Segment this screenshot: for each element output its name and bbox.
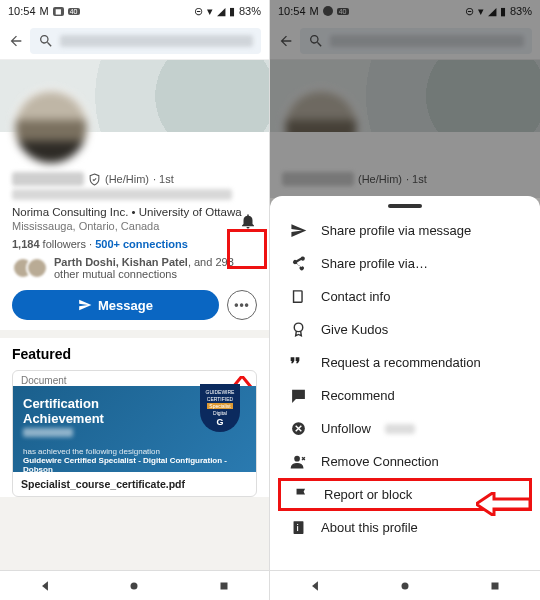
svg-rect-6 [297, 524, 298, 525]
more-button[interactable]: ••• [227, 290, 257, 320]
avatar[interactable] [12, 88, 90, 166]
screen-action-sheet: 10:54 M 40 ⊝▾◢▮ 83% (He/Him) [270, 0, 540, 600]
menu-remove-connection[interactable]: Remove Connection [270, 445, 540, 478]
kudos-icon [290, 321, 307, 338]
svg-rect-7 [297, 526, 298, 531]
android-nav [270, 570, 540, 600]
cover-photo [0, 60, 269, 132]
featured-section: Featured Document Certification Achievem… [0, 338, 269, 497]
sheet-handle[interactable] [388, 204, 422, 208]
message-label: Message [98, 298, 153, 313]
mutual-connections[interactable]: Parth Doshi, Kishan Patel, and 293 other… [12, 256, 257, 280]
menu-share-via[interactable]: Share profile via… [270, 247, 540, 280]
search-value-blur [60, 35, 253, 47]
message-button[interactable]: Message [12, 290, 219, 320]
contact-icon [290, 288, 307, 305]
mutual-avatar [26, 257, 48, 279]
mutual-names: Parth Doshi, Kishan Patel [54, 256, 188, 268]
svg-rect-1 [221, 582, 228, 589]
svg-point-8 [402, 582, 409, 589]
pronouns: (He/Him) [105, 173, 149, 185]
bell-icon[interactable] [239, 212, 257, 230]
featured-heading: Featured [12, 346, 257, 362]
back-icon[interactable] [8, 33, 24, 49]
menu-request-recommendation[interactable]: ❜❜ Request a recommendation [270, 346, 540, 379]
chat-icon [290, 387, 307, 404]
person-x-icon [290, 453, 307, 470]
signal-icon: ◢ [217, 5, 225, 18]
android-nav [0, 570, 269, 600]
status-time: 10:54 [8, 5, 36, 17]
send-icon [78, 298, 92, 312]
menu-unfollow[interactable]: Unfollow [270, 412, 540, 445]
menu-give-kudos[interactable]: Give Kudos [270, 313, 540, 346]
screen-profile: 10:54 M ◼ 40 ⊝ ▾ ◢ ▮ 83% [0, 0, 270, 600]
connections-link[interactable]: 500+ connections [95, 238, 188, 250]
nav-back-icon[interactable] [38, 579, 52, 593]
search-input[interactable] [30, 28, 261, 54]
cert-sub: has achieved the following designation [23, 447, 246, 456]
battery-icon: ▮ [229, 5, 235, 18]
followers-count: 1,184 [12, 238, 40, 250]
nav-back-icon[interactable] [308, 579, 322, 593]
location: Mississauga, Ontario, Canada [12, 220, 257, 232]
cert-title: Guidewire Certified Specialist - Digital… [23, 456, 246, 474]
quote-icon: ❜❜ [290, 354, 307, 371]
certificate-preview: Certification Achievement has achieved t… [13, 386, 256, 472]
featured-document[interactable]: Document Certification Achievement has a… [12, 370, 257, 497]
svg-point-4 [294, 456, 300, 462]
status-bar: 10:54 M ◼ 40 ⊝ ▾ ◢ ▮ 83% [0, 0, 269, 22]
send-icon [290, 222, 307, 239]
menu-contact-info[interactable]: Contact info [270, 280, 540, 313]
top-nav [0, 22, 269, 60]
svg-point-0 [131, 582, 138, 589]
status-chip-2: 40 [68, 8, 80, 15]
dnd-icon: ⊝ [194, 5, 203, 18]
annotation-arrow-left [476, 492, 530, 516]
status-chip: ◼ [53, 7, 64, 16]
svg-point-2 [294, 323, 303, 332]
battery-pct: 83% [239, 5, 261, 17]
headline-blur [12, 189, 232, 200]
search-icon [38, 33, 54, 49]
info-icon [290, 519, 307, 536]
stats-line: 1,184 followers · 500+ connections [12, 238, 257, 250]
share-icon [290, 255, 307, 272]
menu-recommend[interactable]: Recommend [270, 379, 540, 412]
verified-icon [88, 173, 101, 186]
nav-recent-icon[interactable] [217, 579, 231, 593]
guidewire-badge: GUIDEWIRE CERTIFIED Specialist Digital G [200, 384, 240, 432]
unfollow-name-blur [385, 424, 415, 434]
nav-recent-icon[interactable] [488, 579, 502, 593]
followers-label: followers [43, 238, 86, 250]
flag-icon [293, 486, 310, 503]
svg-rect-5 [294, 521, 304, 534]
connection-degree: · 1st [153, 173, 174, 185]
gmail-icon: M [40, 5, 49, 17]
nav-home-icon[interactable] [398, 579, 412, 593]
nav-home-icon[interactable] [127, 579, 141, 593]
workline: Norima Consulting Inc. • University of O… [12, 206, 257, 218]
doc-filename: Specialist_course_certificate.pdf [13, 472, 256, 496]
x-circle-icon [290, 420, 307, 437]
wifi-icon: ▾ [207, 5, 213, 18]
profile-name-blur [12, 172, 84, 186]
menu-share-message[interactable]: Share profile via message [270, 214, 540, 247]
svg-rect-9 [492, 582, 499, 589]
